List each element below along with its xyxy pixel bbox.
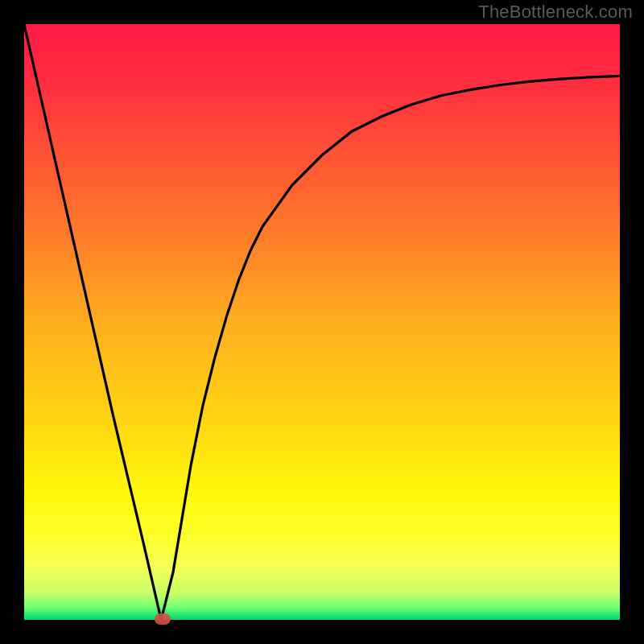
watermark-label: TheBottleneck.com <box>478 2 633 23</box>
chart-frame: TheBottleneck.com <box>0 0 644 644</box>
chart-svg <box>24 24 620 620</box>
gradient-background <box>24 24 620 620</box>
bottleneck-marker <box>155 613 171 625</box>
plot-area <box>24 24 620 620</box>
